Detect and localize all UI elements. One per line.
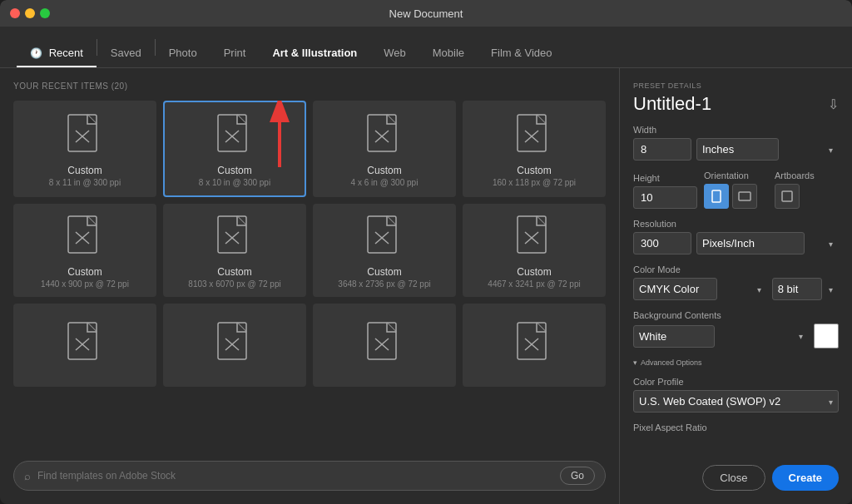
bg-select[interactable]: White Black Transparent — [633, 325, 715, 348]
orientation-label: Orientation — [704, 170, 768, 180]
bg-select-wrapper: White Black Transparent — [633, 325, 809, 348]
item-size-2: 8 x 10 in @ 300 ppi — [199, 178, 270, 187]
search-icon: ⌕ — [24, 470, 31, 482]
document-icon-7 — [364, 214, 405, 259]
resolution-section: Resolution Pixels/Inch Pixels/Centimeter — [633, 219, 839, 254]
svg-rect-38 — [712, 190, 721, 202]
items-grid: Custom 8 x 11 in @ 300 ppi Custom — [13, 101, 606, 387]
main-content: YOUR RECENT ITEMS (20) — [0, 68, 852, 504]
item-size-8: 4467 x 3241 px @ 72 ppi — [488, 279, 580, 289]
resolution-unit-select[interactable]: Pixels/Inch Pixels/Centimeter — [696, 232, 805, 254]
item-card-6[interactable]: Custom 8103 x 6070 px @ 72 ppi — [163, 204, 306, 297]
svg-rect-39 — [739, 192, 750, 200]
preset-label: PRESET DETAILS — [633, 82, 839, 90]
color-mode-select[interactable]: CMYK Color RGB Color Grayscale — [633, 278, 717, 300]
document-icon-9 — [64, 320, 106, 366]
item-size-3: 4 x 6 in @ 300 ppi — [351, 178, 419, 187]
color-mode-section: Color Mode CMYK Color RGB Color Grayscal… — [633, 264, 839, 300]
item-card-9[interactable] — [13, 304, 156, 387]
width-unit-select[interactable]: Inches Pixels Centimeters — [696, 138, 779, 161]
item-name-1: Custom — [67, 165, 102, 176]
maximize-window-dot[interactable] — [40, 8, 50, 18]
color-profile-select[interactable]: U.S. Web Coated (SWOP) v2 sRGB — [633, 390, 839, 413]
item-name-4: Custom — [517, 165, 551, 176]
item-size-1: 8 x 11 in @ 300 ppi — [49, 178, 121, 187]
tab-film-video[interactable]: Film & Video — [478, 38, 565, 67]
advanced-toggle[interactable]: ▾ Advanced Options — [633, 358, 839, 367]
height-label: Height — [633, 173, 697, 183]
tab-saved[interactable]: Saved — [97, 38, 155, 67]
tab-art-illustration[interactable]: Art & Illustration — [259, 38, 370, 67]
save-preset-icon[interactable]: ⇩ — [828, 96, 839, 112]
svg-rect-40 — [782, 191, 792, 201]
item-card-5[interactable]: Custom 1440 x 900 px @ 72 ppi — [13, 204, 156, 297]
resolution-row: Pixels/Inch Pixels/Centimeter — [633, 232, 839, 254]
landscape-button[interactable] — [732, 184, 757, 209]
tab-mobile[interactable]: Mobile — [419, 38, 478, 67]
width-row: Inches Pixels Centimeters — [633, 138, 839, 161]
item-name-2: Custom — [217, 165, 251, 176]
artboard-toggle[interactable] — [775, 184, 800, 209]
resolution-label: Resolution — [633, 219, 839, 229]
pixel-ratio-label: Pixel Aspect Ratio — [633, 422, 839, 432]
item-name-8: Custom — [517, 266, 551, 278]
background-section: Background Contents White Black Transpar… — [633, 310, 839, 348]
item-card-10[interactable] — [163, 304, 306, 387]
item-card-11[interactable] — [313, 304, 456, 387]
height-group: Height — [633, 173, 697, 209]
height-input[interactable] — [633, 186, 697, 209]
tab-web[interactable]: Web — [370, 38, 419, 67]
tab-bar: 🕐 Recent Saved Photo Print Art & Illustr… — [0, 27, 852, 68]
item-size-4: 160 x 118 px @ 72 ppi — [493, 178, 576, 187]
width-label: Width — [633, 125, 839, 135]
item-name-3: Custom — [367, 165, 401, 176]
color-mode-row: CMYK Color RGB Color Grayscale 8 bit 16 … — [633, 278, 839, 300]
item-card-7[interactable]: Custom 3648 x 2736 px @ 72 ppi — [313, 204, 456, 297]
bit-depth-wrapper: 8 bit 16 bit 32 bit — [772, 278, 839, 300]
close-button[interactable]: Close — [702, 465, 765, 491]
preset-header: Untitled-1 ⇩ — [633, 93, 839, 115]
tab-print[interactable]: Print — [211, 38, 260, 67]
orientation-group: Orientation — [704, 170, 768, 209]
document-icon-4 — [513, 112, 555, 158]
item-name-7: Custom — [367, 266, 401, 278]
item-card-2[interactable]: Custom 8 x 10 in @ 300 ppi — [163, 101, 306, 197]
bit-depth-select[interactable]: 8 bit 16 bit 32 bit — [772, 278, 822, 300]
color-mode-label: Color Mode — [633, 264, 839, 274]
artboards-label: Artboards — [775, 170, 839, 180]
item-card-8[interactable]: Custom 4467 x 3241 px @ 72 ppi — [463, 204, 606, 297]
color-profile-section: Color Profile U.S. Web Coated (SWOP) v2 … — [633, 377, 839, 413]
color-mode-wrapper: CMYK Color RGB Color Grayscale — [633, 278, 767, 300]
item-card-1[interactable]: Custom 8 x 11 in @ 300 ppi — [13, 101, 156, 197]
item-card-3[interactable]: Custom 4 x 6 in @ 300 ppi — [313, 101, 456, 197]
pixel-ratio-section: Pixel Aspect Ratio — [633, 422, 839, 436]
item-name-5: Custom — [67, 266, 102, 278]
right-panel: PRESET DETAILS Untitled-1 ⇩ Width Inches… — [619, 68, 852, 504]
search-input[interactable] — [37, 470, 553, 482]
color-profile-label: Color Profile — [633, 377, 839, 387]
preset-name: Untitled-1 — [633, 93, 711, 115]
tab-photo[interactable]: Photo — [156, 38, 211, 67]
create-button[interactable]: Create — [772, 465, 839, 491]
document-icon-8 — [513, 214, 555, 259]
bottom-buttons: Close Create — [633, 458, 839, 491]
document-icon-11 — [364, 320, 405, 366]
item-size-7: 3648 x 2736 px @ 72 ppi — [338, 279, 430, 289]
close-window-dot[interactable] — [10, 8, 20, 18]
portrait-button[interactable] — [704, 184, 729, 209]
resolution-input[interactable] — [633, 232, 691, 254]
artboards-group: Artboards — [775, 170, 839, 209]
height-orientation-artboards: Height Orientation Artboards — [633, 170, 839, 209]
item-card-4[interactable]: Custom 160 x 118 px @ 72 ppi — [463, 101, 606, 197]
recent-icon: 🕐 — [30, 47, 42, 59]
width-input[interactable] — [633, 138, 691, 161]
left-panel: YOUR RECENT ITEMS (20) — [0, 68, 619, 504]
resolution-unit-wrapper: Pixels/Inch Pixels/Centimeter — [696, 232, 839, 254]
item-card-12[interactable] — [463, 304, 606, 387]
tab-recent[interactable]: 🕐 Recent — [17, 38, 97, 67]
window-controls[interactable] — [10, 8, 50, 18]
color-profile-wrapper: U.S. Web Coated (SWOP) v2 sRGB — [633, 390, 839, 413]
minimize-window-dot[interactable] — [25, 8, 35, 18]
go-button[interactable]: Go — [560, 467, 595, 485]
bg-color-swatch[interactable] — [814, 324, 839, 348]
